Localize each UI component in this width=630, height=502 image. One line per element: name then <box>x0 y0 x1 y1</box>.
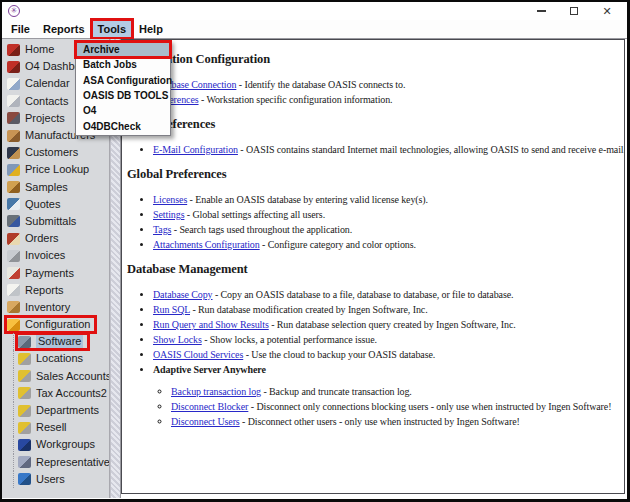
help-list-item: Disconnect Users - Disconnect other user… <box>171 414 620 429</box>
resell-icon <box>18 422 31 434</box>
workgroups-icon <box>18 439 31 451</box>
quotes-icon <box>7 198 20 210</box>
tools-menu-item-o4[interactable]: O4 <box>76 103 170 118</box>
section-database-management: Database ManagementDatabase Copy - Copy … <box>127 262 620 429</box>
sidebar-item-reports[interactable]: Reports <box>2 282 109 299</box>
sidebar-item-configuration[interactable]: Configuration <box>2 316 109 333</box>
tools-menu-item-archive[interactable]: Archive <box>76 42 170 57</box>
sidebar-item-software[interactable]: Software <box>2 333 109 350</box>
link-description: - Global settings affecting all users. <box>187 209 325 220</box>
sidebar-item-customers[interactable]: Customers <box>2 144 109 161</box>
sidebar-item-sales-accounts[interactable]: Sales Accounts <box>2 368 109 385</box>
help-list-item: Preferences - Workstation specific confi… <box>153 92 620 107</box>
link-run-sql[interactable]: Run SQL <box>153 304 190 315</box>
help-list-item: Show Locks - Show locks, a potential per… <box>153 332 620 347</box>
link-description: - Backup and truncate transaction log. <box>263 386 411 397</box>
sidebar-item-label: Submittals <box>25 215 76 228</box>
sidebar-item-label: Users <box>36 473 65 486</box>
menu-reports[interactable]: Reports <box>38 21 90 37</box>
sidebar-item-users[interactable]: Users <box>2 471 109 488</box>
software-icon <box>18 336 31 348</box>
sidebar-item-label: Inventory <box>25 301 70 314</box>
manufacturers-icon <box>7 130 20 142</box>
menu-help[interactable]: Help <box>134 21 168 37</box>
sidebar-item-label: Configuration <box>25 318 90 331</box>
submittals-icon <box>7 215 20 227</box>
link-description: - Run database modification created by I… <box>192 304 427 315</box>
link-e-mail-configuration[interactable]: E-Mail Configuration <box>153 144 238 155</box>
open-folder-icon <box>7 319 20 331</box>
link-settings[interactable]: Settings <box>153 209 184 220</box>
close-icon[interactable]: ✕ <box>601 5 613 17</box>
tools-menu-item-o4dbcheck[interactable]: O4DBCheck <box>76 118 170 133</box>
sidebar-item-label: Representatives <box>36 456 110 469</box>
sidebar-item-departments[interactable]: Departments <box>2 402 109 419</box>
sidebar-item-price-lookup[interactable]: Price Lookup <box>2 161 109 178</box>
help-list-item: Adaptive Server AnywhereBackup transacti… <box>153 362 620 429</box>
maximize-icon[interactable] <box>568 5 580 17</box>
bold-group-label: Adaptive Server Anywhere <box>153 364 266 375</box>
tax-accounts-icon <box>18 387 31 399</box>
sidebar-item-label: Home <box>25 43 54 56</box>
link-tags[interactable]: Tags <box>153 224 171 235</box>
link-show-locks[interactable]: Show Locks <box>153 334 202 345</box>
link-description: - Disconnect only connections blocking u… <box>251 401 612 412</box>
tools-menu-item-batch-jobs[interactable]: Batch Jobs <box>76 57 170 72</box>
departments-icon <box>18 405 31 417</box>
link-disconnect-users[interactable]: Disconnect Users <box>171 416 240 427</box>
sidebar-item-label: Customers <box>25 146 78 159</box>
configuration-help-page: Workstation ConfigurationDatabase Connec… <box>121 39 625 494</box>
link-licenses[interactable]: Licenses <box>153 194 187 205</box>
tools-dropdown-menu: ArchiveBatch JobsASA ConfigurationOASIS … <box>75 40 171 136</box>
sidebar-item-samples[interactable]: Samples <box>2 179 109 196</box>
help-list-item: Run Query and Show Results - Run databas… <box>153 317 620 332</box>
sidebar-item-label: Sales Accounts <box>36 370 110 383</box>
representatives-icon <box>18 456 31 468</box>
sidebar-item-label: Departments <box>36 404 99 417</box>
section-heading: Global Preferences <box>127 167 620 182</box>
window-controls: ✕ <box>535 5 613 17</box>
sidebar-item-label: Reports <box>25 284 64 297</box>
menu-tools[interactable]: Tools <box>93 21 132 37</box>
sidebar-item-locations[interactable]: Locations <box>2 350 109 367</box>
section-heading: Database Management <box>127 262 620 277</box>
tools-menu-item-asa-configuration[interactable]: ASA Configuration <box>76 73 170 88</box>
help-list-item: Database Copy - Copy an OASIS database t… <box>153 287 620 302</box>
link-description: - Configure category and color options. <box>262 239 416 250</box>
locations-icon <box>18 353 31 365</box>
reports-icon <box>7 284 20 296</box>
sidebar-item-submittals[interactable]: Submittals <box>2 213 109 230</box>
inventory-icon <box>7 301 20 313</box>
section-heading: User Preferences <box>127 117 620 132</box>
sidebar-item-quotes[interactable]: Quotes <box>2 196 109 213</box>
payments-icon <box>7 267 20 279</box>
link-database-copy[interactable]: Database Copy <box>153 289 213 300</box>
sidebar-item-label: Orders <box>25 232 59 245</box>
sidebar-item-invoices[interactable]: Invoices <box>2 247 109 264</box>
projects-icon <box>7 112 20 124</box>
link-disconnect-blocker[interactable]: Disconnect Blocker <box>171 401 248 412</box>
sidebar-item-inventory[interactable]: Inventory <box>2 299 109 316</box>
link-oasis-cloud-services[interactable]: OASIS Cloud Services <box>153 349 243 360</box>
link-run-query-and-show-results[interactable]: Run Query and Show Results <box>153 319 269 330</box>
home-icon <box>7 44 20 56</box>
sidebar-item-orders[interactable]: Orders <box>2 230 109 247</box>
link-description: - Run database selection query created b… <box>271 319 516 330</box>
sidebar-item-label: Workgroups <box>36 438 95 451</box>
oasis-application-window: ✳ ✕ FileReportsToolsHelp HomeO4 Dashboar… <box>0 0 630 502</box>
link-description: - Search tags used throughout the applic… <box>174 224 352 235</box>
sales-accounts-icon <box>18 370 31 382</box>
oasis-flower-logo-icon: ✳ <box>8 5 20 17</box>
sidebar-item-resell[interactable]: Resell <box>2 419 109 436</box>
sidebar-item-payments[interactable]: Payments <box>2 264 109 281</box>
sidebar-item-tax-accounts2[interactable]: Tax Accounts2 <box>2 385 109 402</box>
calendar-icon <box>7 78 20 90</box>
menu-file[interactable]: File <box>6 21 35 37</box>
tools-menu-item-oasis-db-tools[interactable]: OASIS DB TOOLS <box>76 88 170 103</box>
sidebar-item-workgroups[interactable]: Workgroups <box>2 436 109 453</box>
link-backup-transaction-log[interactable]: Backup transaction log <box>171 386 261 397</box>
link-attachments-configuration[interactable]: Attachments Configuration <box>153 239 260 250</box>
minimize-icon[interactable] <box>535 5 547 17</box>
help-list-item: E-Mail Configuration - OASIS contains st… <box>153 142 620 157</box>
sidebar-item-representatives[interactable]: Representatives <box>2 454 109 471</box>
